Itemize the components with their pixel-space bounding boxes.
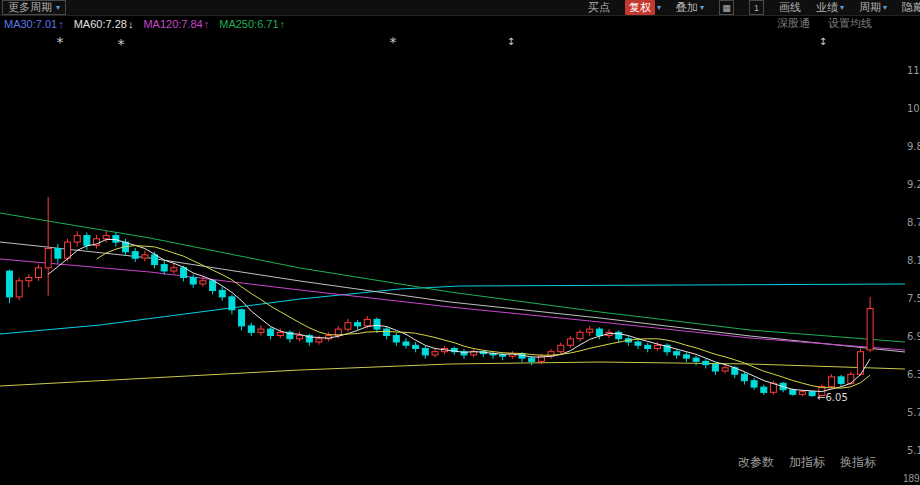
event-markers: ***↕↕	[57, 34, 828, 52]
svg-text:*: *	[390, 34, 397, 50]
toolbar-button-buy-points[interactable]: 买点	[588, 0, 610, 15]
layout-single-button[interactable]: 1	[749, 0, 764, 15]
svg-text:11.06: 11.06	[907, 65, 920, 76]
chevron-down-icon: ▾	[840, 4, 844, 12]
performance-label: 业绩	[816, 0, 838, 15]
chevron-down-icon: ▾	[657, 4, 661, 12]
svg-text:↕: ↕	[819, 36, 827, 47]
price-axis: 11.0610.479.889.298.708.117.526.936.345.…	[907, 65, 920, 456]
hide-label: 隐藏	[902, 0, 920, 15]
trend-lines-layer	[0, 213, 905, 386]
set-ma-link[interactable]: 设置均线	[828, 16, 872, 31]
svg-text:*: *	[57, 34, 64, 50]
more-periods-button[interactable]: 更多周期 ▾	[2, 0, 66, 15]
trend-up-icon: ↑	[280, 18, 286, 30]
toolbar-button-adjust-rights[interactable]: 复权 ▾	[625, 0, 661, 15]
svg-text:*: *	[118, 36, 125, 52]
add-indicator-button[interactable]: 加指标	[789, 454, 825, 471]
candles-layer	[7, 197, 874, 397]
svg-text:6.34: 6.34	[907, 369, 920, 380]
shengutong-link[interactable]: 深股通	[777, 16, 810, 31]
period-label: 周期	[859, 0, 881, 15]
ma-label-2: MA120:7.84 ↑	[143, 18, 209, 30]
change-params-button[interactable]: 改参数	[738, 454, 774, 471]
top-toolbar: 更多周期 ▾ 买点 复权 ▾ 叠加 ▾ ▦ 1 画线 业绩 ▾ 周期 ▾	[0, 0, 920, 16]
trend-down-icon: ↓	[128, 18, 134, 30]
toolbar-button-period[interactable]: 周期 ▾	[859, 0, 887, 15]
svg-text:↕: ↕	[507, 36, 515, 47]
chevron-down-icon: ▾	[883, 4, 887, 12]
layout-grid-button[interactable]: ▦	[719, 0, 734, 15]
toolbar-button-draw-line[interactable]: 画线	[779, 0, 801, 15]
toolbar-right-group: 买点 复权 ▾ 叠加 ▾ ▦ 1 画线 业绩 ▾ 周期 ▾ 隐藏 ▾	[588, 0, 920, 15]
svg-text:6.93: 6.93	[907, 331, 920, 342]
svg-text:8.11: 8.11	[907, 255, 920, 266]
overlay-label: 叠加	[676, 0, 698, 15]
svg-text:9.88: 9.88	[907, 141, 920, 152]
trend-up-icon: ↑	[58, 18, 64, 30]
toolbar-button-overlay[interactable]: 叠加 ▾	[676, 0, 704, 15]
adjust-rights-label: 复权	[625, 0, 655, 15]
trend-up-icon: ↑	[204, 18, 210, 30]
indicator-footer-buttons: 改参数 加指标 换指标	[738, 454, 876, 471]
svg-text:5.75: 5.75	[907, 407, 920, 418]
indicator-bar-links: 深股通 设置均线	[777, 16, 920, 31]
switch-indicator-button[interactable]: 换指标	[840, 454, 876, 471]
kline-chart[interactable]: 11.0610.479.889.298.708.117.526.936.345.…	[0, 0, 920, 485]
svg-text:9.29: 9.29	[907, 179, 920, 190]
ma-label-3: MA250:6.71 ↑	[219, 18, 285, 30]
chevron-down-icon: ▾	[700, 4, 704, 12]
app-window: 11.0610.479.889.298.708.117.526.936.345.…	[0, 0, 920, 485]
svg-text:8.70: 8.70	[907, 217, 920, 228]
ma-label-1: MA60:7.28 ↓	[74, 18, 134, 30]
svg-text:←6.05: ←6.05	[817, 392, 848, 403]
ma-indicator-bar: MA30:7.01 ↑ MA60:7.28 ↓ MA120:7.84 ↑ MA2…	[0, 16, 920, 31]
ma-label-0: MA30:7.01 ↑	[4, 18, 64, 30]
toolbar-button-hide[interactable]: 隐藏 ▾	[902, 0, 920, 15]
low-price-annotation: ←6.05	[817, 392, 848, 403]
corner-counter: 189	[903, 473, 920, 484]
svg-text:5.16: 5.16	[907, 445, 920, 456]
more-periods-label: 更多周期	[8, 0, 52, 15]
svg-text:10.47: 10.47	[907, 103, 920, 114]
chevron-down-icon: ▾	[56, 4, 60, 12]
toolbar-button-performance[interactable]: 业绩 ▾	[816, 0, 844, 15]
svg-text:7.52: 7.52	[907, 293, 920, 304]
